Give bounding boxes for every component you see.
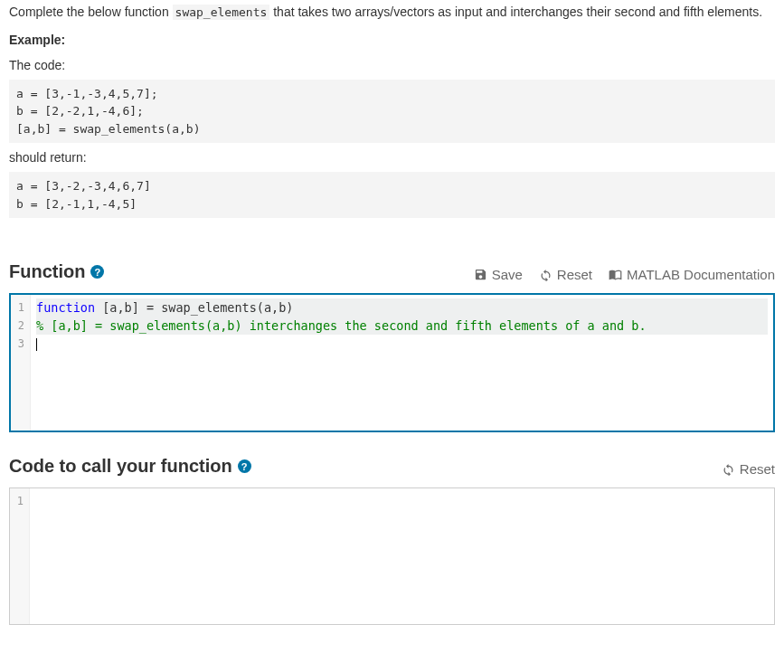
example-label: Example: xyxy=(9,33,775,47)
caller-title: Code to call your function xyxy=(9,456,232,477)
code-text: [a,b] = swap_elements(a,b) xyxy=(95,300,293,315)
problem-description: Complete the below function swap_element… xyxy=(9,4,775,22)
code-line-3 xyxy=(36,335,768,353)
comment: % [a,b] = swap_elements(a,b) interchange… xyxy=(36,318,647,333)
result-code-block: a = [3,-2,-3,4,6,7] b = [2,-1,1,-4,5] xyxy=(9,172,775,218)
line-number: 3 xyxy=(14,335,24,353)
function-code-area[interactable]: function [a,b] = swap_elements(a,b) % [a… xyxy=(31,295,773,431)
function-section-header: Function ? Save Reset MATLAB Documentati… xyxy=(9,261,775,282)
caller-code-area[interactable] xyxy=(30,488,774,624)
docs-button[interactable]: MATLAB Documentation xyxy=(609,267,775,282)
code-line-1: function [a,b] = swap_elements(a,b) xyxy=(36,298,768,317)
example-code-block: a = [3,-1,-3,4,5,7]; b = [2,-2,1,-4,6]; … xyxy=(9,80,775,144)
function-gutter: 1 2 3 xyxy=(11,295,31,431)
caller-section-header: Code to call your function ? Reset xyxy=(9,456,775,477)
reset-label: Reset xyxy=(557,267,592,282)
func-name-code: swap_elements xyxy=(173,5,270,20)
save-label: Save xyxy=(492,267,523,282)
caller-editor[interactable]: 1 xyxy=(9,487,775,625)
function-title-wrap: Function ? xyxy=(9,261,104,282)
code-line-2: % [a,b] = swap_elements(a,b) interchange… xyxy=(36,317,768,335)
reset-icon xyxy=(722,462,735,476)
code-line-1 xyxy=(35,492,769,510)
keyword: function xyxy=(36,300,95,315)
function-editor[interactable]: 1 2 3 function [a,b] = swap_elements(a,b… xyxy=(9,293,775,432)
reset-icon xyxy=(539,268,553,281)
the-code-label: The code: xyxy=(9,58,775,72)
caller-gutter: 1 xyxy=(10,488,30,624)
line-number: 2 xyxy=(14,317,24,335)
desc-text-post: that takes two arrays/vectors as input a… xyxy=(269,5,762,19)
book-icon xyxy=(609,268,622,281)
line-number: 1 xyxy=(14,492,24,510)
reset-button[interactable]: Reset xyxy=(722,461,775,477)
reset-button[interactable]: Reset xyxy=(539,267,592,282)
save-button[interactable]: Save xyxy=(474,267,523,282)
help-icon[interactable]: ? xyxy=(238,459,251,473)
function-title: Function xyxy=(9,261,85,282)
caller-title-wrap: Code to call your function ? xyxy=(9,456,251,477)
caller-toolbar: Reset xyxy=(722,461,775,477)
reset-label: Reset xyxy=(740,461,775,477)
save-icon xyxy=(474,268,487,281)
docs-label: MATLAB Documentation xyxy=(627,267,775,282)
function-toolbar: Save Reset MATLAB Documentation xyxy=(474,267,775,282)
text-cursor xyxy=(36,338,37,351)
line-number: 1 xyxy=(14,298,24,317)
should-return-label: should return: xyxy=(9,150,775,165)
help-icon[interactable]: ? xyxy=(90,265,104,279)
desc-text-pre: Complete the below function xyxy=(9,5,173,19)
